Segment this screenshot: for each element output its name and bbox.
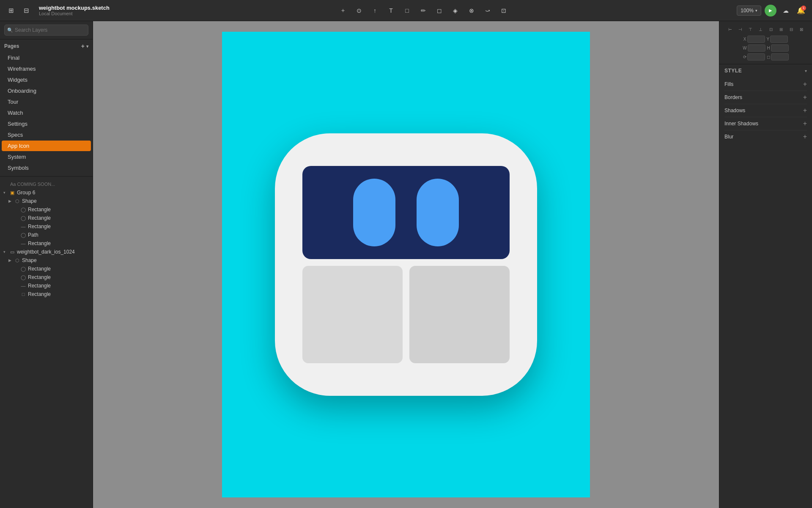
layer-rect-8[interactable]: □ Rectangle	[0, 290, 93, 298]
toolbar: ⊞ ⊟ weightbot mockups.sketch Local Docum…	[0, 0, 812, 21]
align-center-v-btn[interactable]: ⊡	[766, 25, 776, 34]
fills-label: Fills	[724, 81, 733, 87]
blur-add-btn[interactable]: +	[803, 133, 807, 140]
align-right-btn[interactable]: ⊤	[746, 25, 755, 34]
page-item-widgets[interactable]: Widgets	[2, 75, 91, 85]
style-chevron-icon[interactable]: ▾	[805, 69, 807, 73]
zoom-control[interactable]: 100% ▾	[737, 6, 761, 16]
layer-rect-1[interactable]: ◯ Rectangle	[0, 205, 93, 214]
rect7-label: Rectangle	[28, 283, 51, 289]
page-item-wireframes[interactable]: Wireframes	[2, 64, 91, 74]
layer-path-1[interactable]: ◯ Path	[0, 231, 93, 239]
forward-btn[interactable]: ⤻	[482, 5, 494, 17]
x-field[interactable]	[747, 36, 765, 43]
weightbot-chevron-icon: ▾	[3, 250, 8, 254]
zoom-chevron: ▾	[755, 8, 757, 13]
align-top-btn[interactable]: ⊥	[756, 25, 765, 34]
weightbot-label: weightbot_dark_ios_1024	[17, 249, 75, 255]
layer-group6[interactable]: ▾ ▣ Group 6	[0, 188, 93, 197]
layer-rect-7[interactable]: — Rectangle	[0, 282, 93, 290]
page-item-onboarding[interactable]: Onboarding	[2, 86, 91, 96]
fills-add-btn[interactable]: +	[803, 81, 807, 88]
robot-face-bottom	[302, 266, 510, 363]
distribute-h-btn[interactable]: ⊟	[787, 25, 796, 34]
blur-row: Blur +	[724, 130, 807, 143]
borders-add-btn[interactable]: +	[803, 94, 807, 101]
app-icon-artwork	[275, 133, 537, 396]
page-item-tour[interactable]: Tour	[2, 97, 91, 107]
right-panel: ⊢ ⊣ ⊤ ⊥ ⊡ ⊞ ⊟ ⊠ X Y	[719, 21, 812, 508]
angle-field[interactable]	[747, 53, 765, 61]
page-item-specs[interactable]: Specs	[2, 130, 91, 140]
layer-shape-2[interactable]: ▶ ⬡ Shape	[0, 256, 93, 265]
target-btn[interactable]: ⊙	[353, 5, 365, 17]
text-btn[interactable]: T	[385, 5, 397, 17]
artboard-btn[interactable]: ⊡	[498, 5, 510, 17]
layer-weightbot[interactable]: ▾ ▭ weightbot_dark_ios_1024	[0, 248, 93, 256]
layer-rect-5[interactable]: ◯ Rectangle	[0, 265, 93, 273]
upload-icon: ↑	[373, 7, 376, 14]
sidebar-divider	[0, 176, 93, 177]
align-left-btn[interactable]: ⊢	[726, 25, 735, 34]
search-icon: 🔍	[7, 28, 13, 33]
symbol-btn[interactable]: ◈	[450, 5, 461, 17]
list-view-btn[interactable]: ⊟	[20, 5, 32, 17]
robot-panel-right	[409, 266, 510, 363]
h-field[interactable]	[771, 44, 789, 52]
shape1-chevron-icon: ▶	[8, 199, 13, 203]
mask-btn[interactable]: ⊗	[466, 5, 477, 17]
shape-btn[interactable]: □	[401, 5, 413, 17]
shadows-row: Shadows +	[724, 104, 807, 117]
robot-eye-left	[353, 179, 395, 246]
rect5-label: Rectangle	[28, 266, 51, 272]
w-field[interactable]	[748, 44, 765, 52]
upload-btn[interactable]: ↑	[369, 5, 381, 17]
fills-row: Fills +	[724, 78, 807, 91]
cloud-btn[interactable]: ☁	[780, 5, 792, 17]
layer-shape-1[interactable]: ▶ ⬡ Shape	[0, 197, 93, 205]
insert-btn[interactable]: ＋	[337, 5, 349, 17]
layer-rect-2[interactable]: ◯ Rectangle	[0, 214, 93, 222]
borders-label: Borders	[724, 94, 742, 100]
alignment-row-1: ⊢ ⊣ ⊤ ⊥ ⊡ ⊞ ⊟ ⊠	[723, 25, 809, 34]
toolbar-middle: ＋ ⊙ ↑ T □ ✏ ◻ ◈ ⊗ ⤻ ⊡	[113, 5, 733, 17]
notification-btn[interactable]: 🔔 1	[795, 5, 807, 17]
page-item-symbols[interactable]: Symbols	[2, 163, 91, 173]
search-box: 🔍	[0, 21, 93, 39]
align-center-h-btn[interactable]: ⊣	[736, 25, 745, 34]
rect6-icon: ◯	[20, 275, 26, 280]
search-input[interactable]	[4, 25, 88, 36]
page-item-final[interactable]: Final	[2, 52, 91, 63]
rect5-icon: ◯	[20, 266, 26, 272]
page-item-watch[interactable]: Watch	[2, 108, 91, 118]
layer-rect-6[interactable]: ◯ Rectangle	[0, 273, 93, 282]
notification-badge: 1	[801, 6, 806, 11]
page-item-settings[interactable]: Settings	[2, 119, 91, 129]
pen-btn[interactable]: ✏	[417, 5, 429, 17]
pages-add-btn[interactable]: +	[81, 43, 85, 50]
pages-chevron[interactable]: ▾	[86, 44, 88, 49]
page-item-system[interactable]: System	[2, 152, 91, 162]
rect1-label: Rectangle	[28, 207, 51, 213]
rect8-label: Rectangle	[28, 291, 51, 297]
layer-rect-4[interactable]: — Rectangle	[0, 239, 93, 248]
coming-soon-label: Aa COMING SOON...	[0, 180, 93, 188]
toolbar-left: ⊞ ⊟	[5, 5, 32, 17]
distribute-v-btn[interactable]: ⊠	[797, 25, 806, 34]
style-section: STYLE ▾ Fills + Borders + Shadows + Inne…	[719, 64, 812, 508]
inner-shadows-add-btn[interactable]: +	[803, 120, 807, 127]
rect3-icon: —	[20, 224, 26, 229]
inner-shadows-row: Inner Shadows +	[724, 117, 807, 130]
grid-view-btn[interactable]: ⊞	[5, 5, 17, 17]
align-bottom-btn[interactable]: ⊞	[776, 25, 786, 34]
canvas[interactable]	[93, 21, 719, 508]
shadows-add-btn[interactable]: +	[803, 107, 807, 114]
y-field[interactable]	[770, 36, 788, 43]
preview-btn[interactable]: ▶	[765, 5, 776, 17]
radius-field[interactable]	[771, 53, 789, 61]
page-item-appicon[interactable]: App Icon	[2, 141, 91, 151]
canvas-btn[interactable]: ◻	[433, 5, 445, 17]
target-icon: ⊙	[357, 7, 362, 14]
cloud-icon: ☁	[783, 7, 789, 14]
layer-rect-3[interactable]: — Rectangle	[0, 222, 93, 231]
